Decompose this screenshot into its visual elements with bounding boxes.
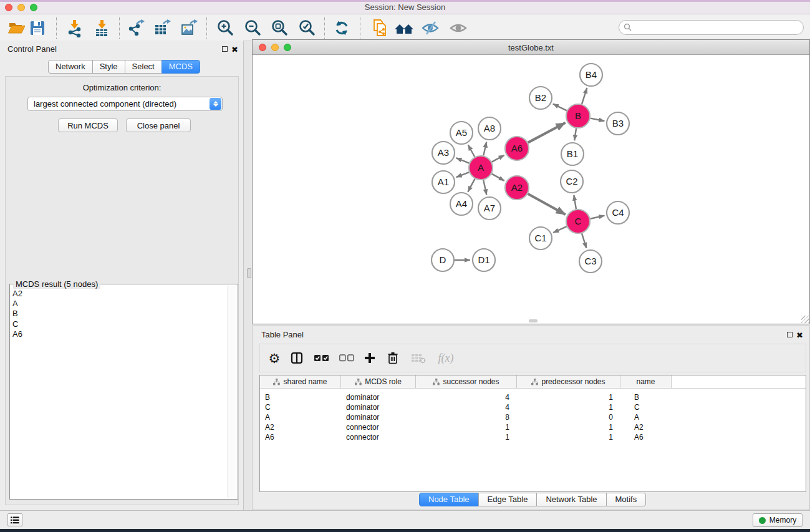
- show-all-button[interactable]: [448, 18, 469, 38]
- tab-network[interactable]: Network: [48, 60, 93, 74]
- tab-edge-table[interactable]: Edge Table: [478, 493, 538, 506]
- memory-button[interactable]: Memory: [753, 513, 803, 527]
- table-row[interactable]: Bdominator41B: [260, 392, 806, 402]
- tab-network-table[interactable]: Network Table: [536, 493, 606, 506]
- graph-node[interactable]: A7: [478, 197, 501, 220]
- tab-select[interactable]: Select: [125, 60, 162, 74]
- export-network-button[interactable]: [125, 18, 147, 38]
- result-item: A6: [12, 329, 226, 339]
- column-header-mcds-role[interactable]: MCDS role: [341, 375, 416, 388]
- graph-node[interactable]: A: [469, 156, 493, 180]
- task-history-button[interactable]: [7, 513, 22, 526]
- criterion-dropdown[interactable]: largest connected component (directed): [27, 97, 223, 111]
- clone-network-button[interactable]: [369, 18, 390, 38]
- unselect-all-button[interactable]: [336, 344, 357, 372]
- create-column-button[interactable]: [359, 344, 380, 372]
- close-panel-button[interactable]: Close panel: [126, 118, 191, 132]
- graph-node[interactable]: D1: [473, 249, 495, 271]
- table-row[interactable]: Adominator80A: [260, 412, 806, 422]
- graph-edge[interactable]: [468, 145, 475, 157]
- delete-column-button[interactable]: [382, 344, 403, 372]
- graph-edge[interactable]: [553, 104, 567, 111]
- column-header-predecessor-nodes[interactable]: predecessor nodes: [517, 375, 620, 388]
- delete-table-button[interactable]: [408, 344, 429, 372]
- select-all-button[interactable]: [311, 344, 332, 372]
- run-mcds-button[interactable]: Run MCDS: [58, 118, 118, 132]
- graph-node[interactable]: B: [566, 104, 590, 128]
- window-resize-grip[interactable]: [801, 316, 809, 323]
- graph-edge[interactable]: [574, 195, 576, 210]
- home-layout-button[interactable]: [393, 18, 415, 38]
- graph-edge[interactable]: [591, 118, 605, 121]
- graph-edge[interactable]: [528, 194, 566, 215]
- graph-node[interactable]: B4: [580, 64, 602, 86]
- column-header-name[interactable]: name: [620, 375, 672, 388]
- column-header-shared-name[interactable]: shared name: [260, 375, 341, 388]
- table-settings-button[interactable]: ⚙: [264, 344, 285, 372]
- graph-node[interactable]: B1: [561, 143, 584, 165]
- tab-node-table[interactable]: Node Table: [419, 493, 479, 506]
- tab-motifs[interactable]: Motifs: [606, 493, 647, 506]
- graph-node[interactable]: C3: [579, 250, 602, 273]
- tab-mcds[interactable]: MCDS: [162, 60, 200, 74]
- graph-node[interactable]: B2: [529, 87, 552, 109]
- float-table-panel-icon[interactable]: [787, 332, 793, 337]
- splitpane-divider-handle[interactable]: [247, 268, 251, 278]
- network-canvas[interactable]: B4B2BB3B1A5A8A3A6AA1A2C2A4A7C4CC1C3DD1: [253, 55, 809, 324]
- import-network-button[interactable]: [64, 18, 85, 38]
- graph-node[interactable]: A2: [505, 176, 529, 200]
- zoom-fit-button[interactable]: [269, 18, 290, 38]
- open-session-button[interactable]: [6, 18, 27, 38]
- graph-node[interactable]: A6: [505, 137, 529, 160]
- graph-node[interactable]: A3: [432, 142, 455, 164]
- export-image-button[interactable]: [178, 18, 200, 38]
- graph-edge[interactable]: [468, 179, 475, 192]
- graph-node[interactable]: A4: [450, 193, 473, 215]
- float-panel-icon[interactable]: [222, 46, 228, 52]
- save-session-button[interactable]: [27, 18, 48, 38]
- hide-selected-button[interactable]: [420, 18, 441, 38]
- graph-edge[interactable]: [456, 158, 469, 163]
- graph-node[interactable]: B3: [607, 112, 629, 135]
- graph-node[interactable]: A1: [432, 171, 455, 193]
- result-scrollbar[interactable]: [228, 286, 236, 498]
- search-input[interactable]: [635, 21, 797, 34]
- table-row[interactable]: Cdominator41C: [260, 402, 806, 412]
- zoom-selected-button[interactable]: [296, 18, 317, 38]
- graph-node[interactable]: D: [432, 249, 454, 271]
- graph-edge[interactable]: [591, 216, 605, 219]
- import-table-button[interactable]: [92, 18, 113, 38]
- close-panel-icon[interactable]: ✖: [231, 46, 238, 54]
- graph-node[interactable]: C2: [561, 170, 583, 193]
- close-table-panel-icon[interactable]: ✖: [796, 331, 803, 339]
- show-columns-button[interactable]: [286, 344, 307, 372]
- graph-node[interactable]: C4: [607, 201, 629, 224]
- graph-edge[interactable]: [456, 172, 470, 177]
- graph-edge[interactable]: [553, 226, 567, 233]
- graph-edge[interactable]: [492, 174, 504, 181]
- graph-node[interactable]: A5: [450, 122, 473, 144]
- node-label: B: [575, 110, 581, 121]
- graph-edge[interactable]: [582, 88, 587, 104]
- graph-edge[interactable]: [574, 128, 576, 140]
- column-header-successor-nodes[interactable]: successor nodes: [416, 375, 517, 388]
- table-row[interactable]: A2connector11A2: [260, 422, 806, 432]
- zoom-in-button[interactable]: [215, 18, 236, 38]
- graph-edge[interactable]: [582, 233, 586, 248]
- graph-edge[interactable]: [483, 180, 486, 195]
- export-table-button[interactable]: [152, 18, 173, 38]
- table-row[interactable]: A6connector11A6: [260, 432, 806, 442]
- graph-node[interactable]: A8: [478, 117, 501, 140]
- network-window-titlebar[interactable]: testGlobe.txt: [253, 40, 809, 55]
- graph-edge[interactable]: [492, 155, 504, 162]
- search-field[interactable]: [619, 20, 804, 35]
- graph-edge[interactable]: [483, 142, 486, 155]
- refresh-button[interactable]: [331, 18, 352, 38]
- graph-node[interactable]: C: [566, 210, 590, 233]
- node-label: C4: [612, 207, 624, 218]
- graph-node[interactable]: C1: [529, 227, 552, 249]
- network-hscrollbar-thumb[interactable]: [529, 319, 538, 322]
- zoom-out-button[interactable]: [242, 18, 263, 38]
- graph-edge[interactable]: [528, 123, 566, 143]
- tab-style[interactable]: Style: [92, 60, 125, 74]
